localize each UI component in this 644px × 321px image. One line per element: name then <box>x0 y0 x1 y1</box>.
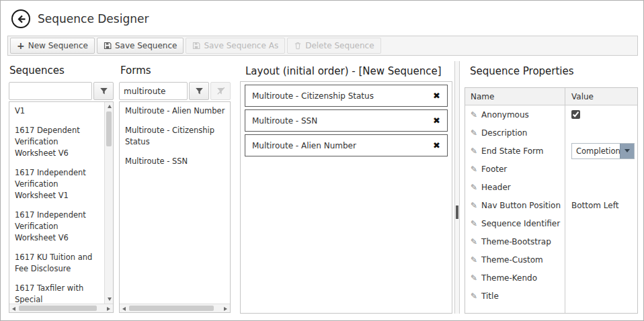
plus-icon: + <box>17 41 25 50</box>
back-button[interactable] <box>11 9 30 28</box>
page-title: Sequence Designer <box>38 12 149 26</box>
save-sequence-button[interactable]: Save Sequence <box>97 38 184 54</box>
forms-panel-title: Forms <box>120 64 151 77</box>
property-name-cell: ✎Nav Button Position <box>465 201 565 210</box>
edit-pencil-icon[interactable]: ✎ <box>471 110 477 120</box>
horizontal-scroll-thumb[interactable] <box>19 306 97 311</box>
edit-pencil-icon[interactable]: ✎ <box>471 273 477 283</box>
sequence-designer-page: Sequence Designer + New Sequence Save Se… <box>0 0 644 321</box>
form-list-item[interactable]: Multiroute - SSN <box>120 154 230 169</box>
property-name-cell: ✎Description <box>465 128 565 138</box>
property-name-cell: ✎Theme-Bootstrap <box>465 237 565 246</box>
properties-table: Name Value ✎Anonymous✎Description✎End St… <box>465 87 638 314</box>
edit-pencil-icon[interactable]: ✎ <box>471 219 477 228</box>
end-state-form-dropdown[interactable]: Completion <box>571 143 635 159</box>
layout-item-label: Multiroute - SSN <box>252 116 317 126</box>
anonymous-checkbox[interactable] <box>571 110 580 119</box>
dropdown-arrow-button[interactable] <box>620 144 634 158</box>
panel-splitter[interactable] <box>454 61 460 314</box>
property-row: ✎Title <box>465 287 637 305</box>
edit-pencil-icon[interactable]: ✎ <box>471 237 477 246</box>
save-sequence-as-button[interactable]: Save Sequence As <box>186 38 285 54</box>
chevron-down-icon <box>625 149 630 152</box>
edit-pencil-icon[interactable]: ✎ <box>471 201 477 210</box>
layout-item[interactable]: Multiroute - Alien Number✖ <box>245 134 448 156</box>
remove-icon[interactable]: ✖ <box>433 91 440 100</box>
scroll-right-button[interactable] <box>104 304 113 313</box>
layout-item[interactable]: Multiroute - SSN✖ <box>245 109 448 132</box>
property-name-cell: ✎Title <box>465 291 565 301</box>
properties-rows: ✎Anonymous✎Description✎End State FormCom… <box>465 105 637 305</box>
sequence-list-item[interactable]: 1617 Dependent Verification Worksheet V6 <box>9 123 104 161</box>
sequences-filter-input[interactable] <box>9 82 92 100</box>
edit-pencil-icon[interactable]: ✎ <box>471 165 477 174</box>
property-value-cell: Bottom Left <box>565 201 637 210</box>
sequence-list-item[interactable]: V1 <box>9 103 104 119</box>
sequences-vertical-scrollbar[interactable] <box>104 102 113 304</box>
property-row: ✎End State FormCompletion <box>465 142 637 160</box>
forms-filter-button[interactable] <box>189 82 209 100</box>
scroll-up-button[interactable] <box>105 102 114 111</box>
properties-panel-title: Sequence Properties <box>470 65 574 77</box>
property-name-cell: ✎Header <box>465 183 565 192</box>
property-row: ✎Anonymous <box>465 105 637 124</box>
form-list-item[interactable]: Multiroute - Alien Number <box>120 103 230 119</box>
layout-item[interactable]: Multiroute - Citizenship Status✖ <box>245 85 448 107</box>
scroll-left-button[interactable] <box>9 304 18 313</box>
property-row: ✎Sequence Identifier <box>465 214 637 232</box>
value-column-header: Value <box>565 92 594 101</box>
arrow-right-icon <box>224 307 227 311</box>
scroll-right-button[interactable] <box>221 304 230 313</box>
sequences-list-items: V11617 Dependent Verification Worksheet … <box>9 102 104 304</box>
edit-pencil-icon[interactable]: ✎ <box>471 128 477 138</box>
property-value: Bottom Left <box>571 201 618 210</box>
property-name: Anonymous <box>481 110 529 120</box>
sequence-list-item[interactable]: 1617 Independent Verification Worksheet … <box>9 165 104 203</box>
property-row: ✎Theme-Custom <box>465 250 637 269</box>
form-list-item[interactable]: Multiroute - Citizenship Status <box>120 123 230 150</box>
arrow-left-icon <box>12 307 15 311</box>
remove-icon[interactable]: ✖ <box>433 116 440 125</box>
layout-panel-title: Layout (initial order) - [New Sequence] <box>245 65 442 77</box>
property-name-cell: ✎Sequence Identifier <box>465 219 565 228</box>
back-arrow-icon <box>16 14 26 24</box>
vertical-scroll-thumb[interactable] <box>106 111 112 146</box>
sequence-list-item[interactable]: 1617 KU Tuition and Fee Disclosure <box>9 250 104 277</box>
layout-item-label: Multiroute - Alien Number <box>252 141 356 150</box>
property-name: Theme-Bootstrap <box>481 237 551 246</box>
edit-pencil-icon[interactable]: ✎ <box>471 291 477 301</box>
new-sequence-label: New Sequence <box>28 41 88 50</box>
scroll-left-button[interactable] <box>120 304 128 313</box>
dropdown-selected-value: Completion <box>572 144 620 158</box>
sequence-list-item[interactable]: 1617 Taxfiler with Special Circumstances <box>9 281 104 304</box>
edit-pencil-icon[interactable]: ✎ <box>471 146 477 156</box>
arrow-up-icon <box>108 105 112 108</box>
remove-icon[interactable]: ✖ <box>433 141 440 150</box>
property-row: ✎Description <box>465 124 637 142</box>
property-row: ✎Header <box>465 178 637 196</box>
new-sequence-button[interactable]: + New Sequence <box>10 38 95 54</box>
forms-horizontal-scrollbar[interactable] <box>120 304 230 312</box>
scroll-down-button[interactable] <box>105 295 114 304</box>
filter-funnel-icon <box>195 87 204 95</box>
forms-filter-input[interactable] <box>119 82 188 100</box>
edit-pencil-icon[interactable]: ✎ <box>471 255 477 265</box>
property-row: ✎Theme-Bootstrap <box>465 232 637 250</box>
property-name-cell: ✎Theme-Custom <box>465 255 565 265</box>
sequences-horizontal-scrollbar[interactable] <box>9 304 113 312</box>
property-name: Header <box>481 183 511 192</box>
delete-sequence-button[interactable]: Delete Sequence <box>287 38 380 54</box>
sequences-filter-button[interactable] <box>93 82 114 100</box>
edit-pencil-icon[interactable]: ✎ <box>471 183 477 192</box>
trash-icon <box>294 42 302 50</box>
property-name-cell: ✎Anonymous <box>465 110 565 120</box>
property-name: Sequence Identifier <box>481 219 560 228</box>
arrow-right-icon <box>107 307 110 311</box>
property-name: End State Form <box>481 146 543 156</box>
horizontal-scroll-thumb[interactable] <box>129 306 214 311</box>
forms-clear-filter-button[interactable] <box>210 82 231 100</box>
sequence-list-item[interactable]: 1617 Independent Verification Worksheet … <box>9 208 104 246</box>
arrow-left-icon <box>122 307 126 311</box>
forms-search-row <box>119 82 231 100</box>
layout-list: Multiroute - Citizenship Status✖Multirou… <box>240 81 452 314</box>
